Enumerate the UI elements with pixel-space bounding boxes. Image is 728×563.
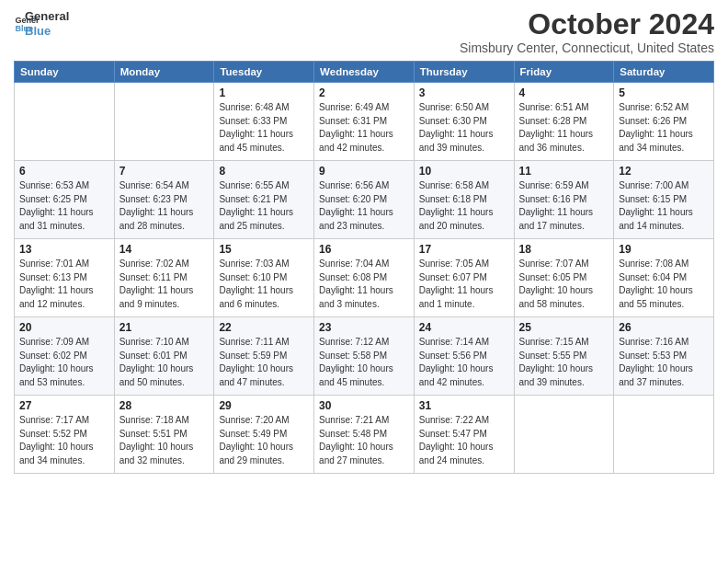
day-detail: Sunrise: 6:52 AM Sunset: 6:26 PM Dayligh… bbox=[619, 101, 709, 155]
day-number: 28 bbox=[119, 399, 210, 412]
day-number: 8 bbox=[219, 165, 309, 178]
day-detail: Sunrise: 6:49 AM Sunset: 6:31 PM Dayligh… bbox=[319, 101, 409, 155]
calendar-cell: 17Sunrise: 7:05 AM Sunset: 6:07 PM Dayli… bbox=[414, 239, 514, 317]
day-detail: Sunrise: 7:14 AM Sunset: 5:56 PM Dayligh… bbox=[419, 336, 509, 389]
calendar-cell: 31Sunrise: 7:22 AM Sunset: 5:47 PM Dayli… bbox=[414, 396, 514, 474]
day-number: 11 bbox=[519, 165, 609, 178]
day-detail: Sunrise: 7:12 AM Sunset: 5:58 PM Dayligh… bbox=[319, 336, 409, 389]
calendar-cell: 29Sunrise: 7:20 AM Sunset: 5:49 PM Dayli… bbox=[214, 396, 314, 474]
calendar-week-2: 6Sunrise: 6:53 AM Sunset: 6:25 PM Daylig… bbox=[15, 161, 714, 239]
calendar-cell: 22Sunrise: 7:11 AM Sunset: 5:59 PM Dayli… bbox=[214, 317, 314, 396]
calendar-week-1: 1Sunrise: 6:48 AM Sunset: 6:33 PM Daylig… bbox=[15, 83, 714, 161]
day-detail: Sunrise: 6:56 AM Sunset: 6:20 PM Dayligh… bbox=[319, 179, 409, 233]
col-thursday: Thursday bbox=[414, 62, 514, 83]
day-detail: Sunrise: 6:54 AM Sunset: 6:23 PM Dayligh… bbox=[119, 179, 210, 233]
day-number: 29 bbox=[219, 399, 309, 412]
day-detail: Sunrise: 6:53 AM Sunset: 6:25 PM Dayligh… bbox=[19, 179, 109, 233]
calendar-table: Sunday Monday Tuesday Wednesday Thursday… bbox=[14, 61, 714, 474]
calendar-cell bbox=[114, 83, 214, 161]
day-detail: Sunrise: 6:58 AM Sunset: 6:18 PM Dayligh… bbox=[419, 179, 509, 233]
calendar-cell: 14Sunrise: 7:02 AM Sunset: 6:11 PM Dayli… bbox=[114, 239, 214, 317]
calendar-cell: 13Sunrise: 7:01 AM Sunset: 6:13 PM Dayli… bbox=[15, 239, 115, 317]
calendar-cell: 16Sunrise: 7:04 AM Sunset: 6:08 PM Dayli… bbox=[314, 239, 415, 317]
day-detail: Sunrise: 7:15 AM Sunset: 5:55 PM Dayligh… bbox=[519, 336, 609, 389]
day-detail: Sunrise: 7:10 AM Sunset: 6:01 PM Dayligh… bbox=[119, 336, 210, 389]
day-number: 5 bbox=[619, 86, 709, 99]
month-title: October 2024 bbox=[460, 9, 714, 39]
calendar-week-3: 13Sunrise: 7:01 AM Sunset: 6:13 PM Dayli… bbox=[15, 239, 714, 317]
calendar-cell bbox=[614, 396, 714, 474]
calendar-cell bbox=[514, 396, 614, 474]
day-number: 3 bbox=[419, 86, 509, 99]
day-detail: Sunrise: 6:51 AM Sunset: 6:28 PM Dayligh… bbox=[519, 101, 609, 155]
day-detail: Sunrise: 7:00 AM Sunset: 6:15 PM Dayligh… bbox=[619, 179, 709, 233]
day-detail: Sunrise: 7:01 AM Sunset: 6:13 PM Dayligh… bbox=[19, 258, 109, 311]
day-number: 2 bbox=[319, 86, 409, 99]
calendar-cell: 3Sunrise: 6:50 AM Sunset: 6:30 PM Daylig… bbox=[414, 83, 514, 161]
calendar-cell: 28Sunrise: 7:18 AM Sunset: 5:51 PM Dayli… bbox=[114, 396, 214, 474]
day-detail: Sunrise: 7:03 AM Sunset: 6:10 PM Dayligh… bbox=[219, 258, 309, 311]
calendar-cell: 19Sunrise: 7:08 AM Sunset: 6:04 PM Dayli… bbox=[614, 239, 714, 317]
col-sunday: Sunday bbox=[15, 62, 115, 83]
calendar-cell: 5Sunrise: 6:52 AM Sunset: 6:26 PM Daylig… bbox=[614, 83, 714, 161]
calendar-cell: 8Sunrise: 6:55 AM Sunset: 6:21 PM Daylig… bbox=[214, 161, 314, 239]
day-number: 31 bbox=[419, 399, 509, 412]
day-number: 7 bbox=[119, 165, 210, 178]
day-number: 12 bbox=[619, 165, 709, 178]
day-detail: Sunrise: 7:08 AM Sunset: 6:04 PM Dayligh… bbox=[619, 258, 709, 311]
day-detail: Sunrise: 7:11 AM Sunset: 5:59 PM Dayligh… bbox=[219, 336, 309, 389]
day-detail: Sunrise: 7:05 AM Sunset: 6:07 PM Dayligh… bbox=[419, 258, 509, 311]
day-number: 16 bbox=[319, 243, 409, 256]
calendar-cell: 11Sunrise: 6:59 AM Sunset: 6:16 PM Dayli… bbox=[514, 161, 614, 239]
calendar-cell: 21Sunrise: 7:10 AM Sunset: 6:01 PM Dayli… bbox=[114, 317, 214, 396]
col-saturday: Saturday bbox=[614, 62, 714, 83]
col-friday: Friday bbox=[514, 62, 614, 83]
day-number: 18 bbox=[519, 243, 609, 256]
day-number: 23 bbox=[319, 321, 409, 334]
col-wednesday: Wednesday bbox=[314, 62, 415, 83]
day-number: 9 bbox=[319, 165, 409, 178]
logo-blue: Blue bbox=[25, 24, 69, 39]
calendar-week-5: 27Sunrise: 7:17 AM Sunset: 5:52 PM Dayli… bbox=[15, 396, 714, 474]
col-monday: Monday bbox=[114, 62, 214, 83]
day-detail: Sunrise: 7:18 AM Sunset: 5:51 PM Dayligh… bbox=[119, 414, 210, 467]
day-number: 13 bbox=[19, 243, 109, 256]
day-number: 15 bbox=[219, 243, 309, 256]
calendar-week-4: 20Sunrise: 7:09 AM Sunset: 6:02 PM Dayli… bbox=[15, 317, 714, 396]
calendar-cell: 24Sunrise: 7:14 AM Sunset: 5:56 PM Dayli… bbox=[414, 317, 514, 396]
day-detail: Sunrise: 7:16 AM Sunset: 5:53 PM Dayligh… bbox=[619, 336, 709, 389]
calendar-cell: 2Sunrise: 6:49 AM Sunset: 6:31 PM Daylig… bbox=[314, 83, 415, 161]
calendar-cell: 18Sunrise: 7:07 AM Sunset: 6:05 PM Dayli… bbox=[514, 239, 614, 317]
calendar-cell bbox=[15, 83, 115, 161]
calendar-cell: 26Sunrise: 7:16 AM Sunset: 5:53 PM Dayli… bbox=[614, 317, 714, 396]
day-number: 27 bbox=[19, 399, 109, 412]
day-number: 4 bbox=[519, 86, 609, 99]
logo: General Blue General Blue bbox=[14, 9, 69, 38]
day-detail: Sunrise: 6:55 AM Sunset: 6:21 PM Dayligh… bbox=[219, 179, 309, 233]
day-detail: Sunrise: 6:48 AM Sunset: 6:33 PM Dayligh… bbox=[219, 101, 309, 155]
title-block: October 2024 Simsbury Center, Connecticu… bbox=[460, 9, 714, 55]
calendar-cell: 10Sunrise: 6:58 AM Sunset: 6:18 PM Dayli… bbox=[414, 161, 514, 239]
col-tuesday: Tuesday bbox=[214, 62, 314, 83]
day-detail: Sunrise: 7:07 AM Sunset: 6:05 PM Dayligh… bbox=[519, 258, 609, 311]
calendar-cell: 6Sunrise: 6:53 AM Sunset: 6:25 PM Daylig… bbox=[15, 161, 115, 239]
day-detail: Sunrise: 7:22 AM Sunset: 5:47 PM Dayligh… bbox=[419, 414, 509, 467]
calendar-header-row: Sunday Monday Tuesday Wednesday Thursday… bbox=[15, 62, 714, 83]
day-number: 1 bbox=[219, 86, 309, 99]
day-number: 20 bbox=[19, 321, 109, 334]
page-header: General Blue General Blue October 2024 S… bbox=[14, 9, 714, 55]
calendar-cell: 25Sunrise: 7:15 AM Sunset: 5:55 PM Dayli… bbox=[514, 317, 614, 396]
calendar-cell: 20Sunrise: 7:09 AM Sunset: 6:02 PM Dayli… bbox=[15, 317, 115, 396]
day-number: 24 bbox=[419, 321, 509, 334]
location: Simsbury Center, Connecticut, United Sta… bbox=[460, 40, 714, 55]
calendar-cell: 15Sunrise: 7:03 AM Sunset: 6:10 PM Dayli… bbox=[214, 239, 314, 317]
day-number: 6 bbox=[19, 165, 109, 178]
day-detail: Sunrise: 7:02 AM Sunset: 6:11 PM Dayligh… bbox=[119, 258, 210, 311]
calendar-cell: 1Sunrise: 6:48 AM Sunset: 6:33 PM Daylig… bbox=[214, 83, 314, 161]
day-number: 26 bbox=[619, 321, 709, 334]
calendar-cell: 27Sunrise: 7:17 AM Sunset: 5:52 PM Dayli… bbox=[15, 396, 115, 474]
day-detail: Sunrise: 7:21 AM Sunset: 5:48 PM Dayligh… bbox=[319, 414, 409, 467]
day-number: 30 bbox=[319, 399, 409, 412]
calendar-cell: 23Sunrise: 7:12 AM Sunset: 5:58 PM Dayli… bbox=[314, 317, 415, 396]
calendar-cell: 30Sunrise: 7:21 AM Sunset: 5:48 PM Dayli… bbox=[314, 396, 415, 474]
